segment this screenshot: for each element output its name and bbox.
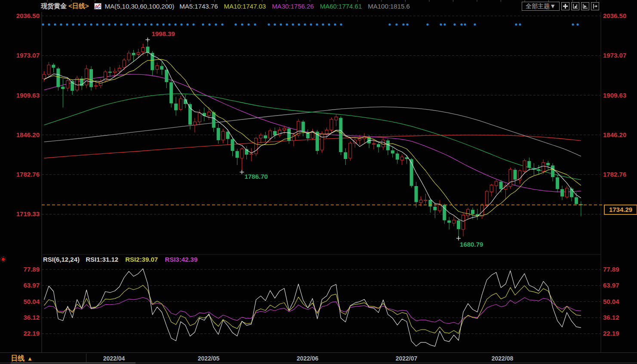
- period-selector-button[interactable]: 日线▲: [11, 354, 33, 363]
- ma30-value: MA30:1756.26: [272, 3, 314, 10]
- record-indicator-icon[interactable]: [2, 258, 5, 261]
- bottom-bar-divider: [86, 354, 86, 362]
- range-play-icon[interactable]: [581, 2, 589, 10]
- period-tag: <日线>: [68, 2, 89, 10]
- ma60-value: MA60:1774.61: [320, 3, 362, 10]
- month-label: 2022/06: [297, 355, 319, 362]
- pan-icon[interactable]: [561, 2, 569, 10]
- all-themes-dropdown[interactable]: 全部主题▼: [522, 2, 560, 11]
- extreme-markers: [145, 37, 461, 240]
- rsi1-value: RSI1:31.12: [86, 256, 118, 263]
- event-dots: [42, 23, 579, 25]
- ma100-value: MA100:1815.6: [368, 3, 410, 10]
- annotation-low-price: 1786.70: [244, 173, 268, 180]
- last-price-tag: 1734.29: [604, 205, 637, 215]
- period-label: 日线: [11, 355, 25, 362]
- ma10-value: MA10:1747.03: [224, 3, 266, 10]
- symbol-name: 现货黄金: [41, 2, 67, 10]
- goto-latest-icon[interactable]: [591, 2, 599, 10]
- annotation-high-price: 1998.39: [151, 30, 175, 37]
- month-label: 2022/08: [492, 355, 514, 362]
- ma5-value: MA5:1743.76: [179, 3, 218, 10]
- rsi3-value: RSI3:42.39: [165, 256, 197, 263]
- rsi-header: RSI(6,12,24) RSI1:31.12 RSI2:39.07 RSI3:…: [43, 256, 203, 263]
- month-label: 2022/04: [103, 355, 125, 362]
- rsi2-value: RSI2:39.07: [125, 256, 158, 263]
- horizontal-scrollbar[interactable]: [0, 362, 637, 364]
- scrollbar-thumb[interactable]: [11, 362, 135, 364]
- month-label: 2022/07: [396, 355, 418, 362]
- ma-params-label: MA(5,10,30,60,100,200): [105, 3, 175, 10]
- chevron-up-icon: ▲: [27, 355, 33, 362]
- price-chart-canvas[interactable]: [0, 0, 637, 364]
- rsi2-line: [44, 285, 581, 333]
- candlestick-chart-icon[interactable]: [94, 3, 102, 9]
- rsi-lines: [44, 269, 581, 346]
- rsi-params-label: RSI(6,12,24): [43, 256, 80, 263]
- month-label: 2022/05: [198, 355, 220, 362]
- trading-app-window: { "header": { "symbol": "现货黄金", "period_…: [0, 0, 637, 364]
- range-left-icon[interactable]: [571, 2, 579, 10]
- chart-header-bar: 现货黄金 <日线> MA(5,10,30,60,100,200) MA5:174…: [0, 0, 637, 12]
- annotation-low-price: 1680.79: [460, 241, 483, 248]
